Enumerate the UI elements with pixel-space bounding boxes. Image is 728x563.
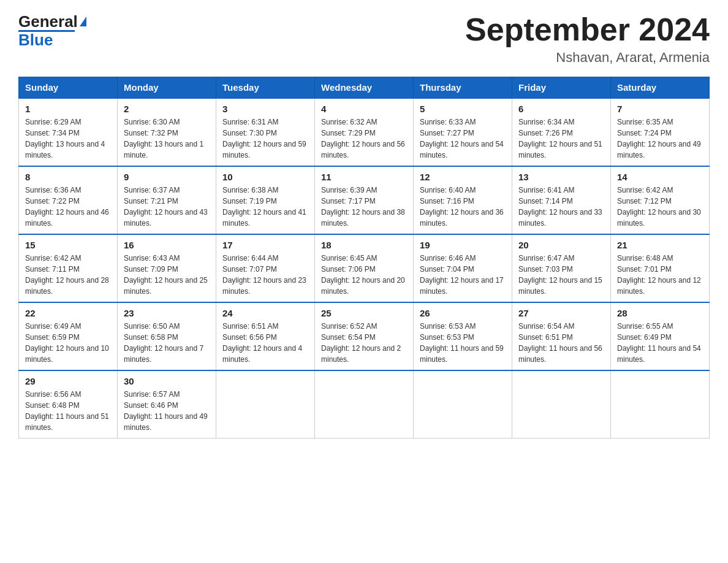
- day-info: Sunrise: 6:53 AMSunset: 6:53 PMDaylight:…: [420, 321, 506, 365]
- day-number: 9: [124, 172, 210, 182]
- day-info: Sunrise: 6:54 AMSunset: 6:51 PMDaylight:…: [518, 321, 604, 365]
- calendar-day-cell: [414, 370, 512, 439]
- day-number: 7: [617, 104, 703, 114]
- calendar-week-row: 22Sunrise: 6:49 AMSunset: 6:59 PMDayligh…: [19, 302, 710, 370]
- day-info: Sunrise: 6:44 AMSunset: 7:07 PMDaylight:…: [222, 253, 308, 297]
- day-info: Sunrise: 6:38 AMSunset: 7:19 PMDaylight:…: [222, 185, 308, 229]
- logo-blue-text: Blue: [18, 31, 53, 50]
- calendar-day-cell: 28Sunrise: 6:55 AMSunset: 6:49 PMDayligh…: [611, 302, 710, 370]
- calendar-day-cell: 7Sunrise: 6:35 AMSunset: 7:24 PMDaylight…: [611, 98, 710, 166]
- day-number: 6: [518, 104, 604, 114]
- day-number: 5: [420, 104, 506, 114]
- calendar-day-cell: 16Sunrise: 6:43 AMSunset: 7:09 PMDayligh…: [118, 234, 216, 302]
- day-info: Sunrise: 6:31 AMSunset: 7:30 PMDaylight:…: [222, 117, 308, 161]
- day-number: 8: [25, 172, 111, 182]
- day-info: Sunrise: 6:46 AMSunset: 7:04 PMDaylight:…: [420, 253, 506, 297]
- day-number: 11: [321, 172, 407, 182]
- calendar-day-cell: 29Sunrise: 6:56 AMSunset: 6:48 PMDayligh…: [19, 370, 118, 439]
- day-info: Sunrise: 6:49 AMSunset: 6:59 PMDaylight:…: [25, 321, 111, 365]
- day-number: 18: [321, 240, 407, 250]
- calendar-day-cell: 10Sunrise: 6:38 AMSunset: 7:19 PMDayligh…: [216, 166, 315, 234]
- calendar-week-row: 1Sunrise: 6:29 AMSunset: 7:34 PMDaylight…: [19, 98, 710, 166]
- day-number: 28: [617, 308, 703, 318]
- day-info: Sunrise: 6:47 AMSunset: 7:03 PMDaylight:…: [518, 253, 604, 297]
- day-number: 20: [518, 240, 604, 250]
- day-info: Sunrise: 6:35 AMSunset: 7:24 PMDaylight:…: [617, 117, 703, 161]
- calendar-day-cell: 4Sunrise: 6:32 AMSunset: 7:29 PMDaylight…: [315, 98, 414, 166]
- day-number: 17: [222, 240, 308, 250]
- col-friday: Friday: [512, 77, 611, 99]
- day-number: 22: [25, 308, 111, 318]
- calendar-day-cell: 14Sunrise: 6:42 AMSunset: 7:12 PMDayligh…: [611, 166, 710, 234]
- page-header: General Blue September 2024 Nshavan, Ara…: [18, 12, 710, 66]
- day-info: Sunrise: 6:42 AMSunset: 7:11 PMDaylight:…: [25, 253, 111, 297]
- col-saturday: Saturday: [611, 77, 710, 99]
- logo-general-text: General: [18, 12, 78, 31]
- day-number: 25: [321, 308, 407, 318]
- day-number: 1: [25, 104, 111, 114]
- calendar-day-cell: 13Sunrise: 6:41 AMSunset: 7:14 PMDayligh…: [512, 166, 611, 234]
- day-number: 3: [222, 104, 308, 114]
- calendar-week-row: 29Sunrise: 6:56 AMSunset: 6:48 PMDayligh…: [19, 370, 710, 439]
- day-number: 23: [124, 308, 210, 318]
- calendar-day-cell: 1Sunrise: 6:29 AMSunset: 7:34 PMDaylight…: [19, 98, 118, 166]
- calendar-day-cell: 8Sunrise: 6:36 AMSunset: 7:22 PMDaylight…: [19, 166, 118, 234]
- calendar-week-row: 8Sunrise: 6:36 AMSunset: 7:22 PMDaylight…: [19, 166, 710, 234]
- day-info: Sunrise: 6:55 AMSunset: 6:49 PMDaylight:…: [617, 321, 703, 365]
- calendar-day-cell: 20Sunrise: 6:47 AMSunset: 7:03 PMDayligh…: [512, 234, 611, 302]
- day-info: Sunrise: 6:32 AMSunset: 7:29 PMDaylight:…: [321, 117, 407, 161]
- day-number: 15: [25, 240, 111, 250]
- title-block: September 2024 Nshavan, Ararat, Armenia: [465, 12, 710, 66]
- calendar-day-cell: [216, 370, 315, 439]
- calendar-day-cell: 18Sunrise: 6:45 AMSunset: 7:06 PMDayligh…: [315, 234, 414, 302]
- calendar-day-cell: 21Sunrise: 6:48 AMSunset: 7:01 PMDayligh…: [611, 234, 710, 302]
- calendar-header-row: Sunday Monday Tuesday Wednesday Thursday…: [19, 77, 710, 99]
- col-sunday: Sunday: [19, 77, 118, 99]
- logo: General Blue: [18, 12, 86, 50]
- calendar-day-cell: 22Sunrise: 6:49 AMSunset: 6:59 PMDayligh…: [19, 302, 118, 370]
- calendar-day-cell: 6Sunrise: 6:34 AMSunset: 7:26 PMDaylight…: [512, 98, 611, 166]
- day-number: 27: [518, 308, 604, 318]
- day-number: 12: [420, 172, 506, 182]
- col-tuesday: Tuesday: [216, 77, 315, 99]
- day-info: Sunrise: 6:50 AMSunset: 6:58 PMDaylight:…: [124, 321, 210, 365]
- col-thursday: Thursday: [414, 77, 512, 99]
- calendar-day-cell: [512, 370, 611, 439]
- calendar-day-cell: 12Sunrise: 6:40 AMSunset: 7:16 PMDayligh…: [414, 166, 512, 234]
- calendar-day-cell: 19Sunrise: 6:46 AMSunset: 7:04 PMDayligh…: [414, 234, 512, 302]
- day-number: 4: [321, 104, 407, 114]
- calendar-day-cell: 26Sunrise: 6:53 AMSunset: 6:53 PMDayligh…: [414, 302, 512, 370]
- day-info: Sunrise: 6:33 AMSunset: 7:27 PMDaylight:…: [420, 117, 506, 161]
- day-info: Sunrise: 6:34 AMSunset: 7:26 PMDaylight:…: [518, 117, 604, 161]
- day-number: 24: [222, 308, 308, 318]
- day-info: Sunrise: 6:56 AMSunset: 6:48 PMDaylight:…: [25, 389, 111, 433]
- calendar-day-cell: 27Sunrise: 6:54 AMSunset: 6:51 PMDayligh…: [512, 302, 611, 370]
- day-info: Sunrise: 6:57 AMSunset: 6:46 PMDaylight:…: [124, 389, 210, 433]
- calendar-day-cell: 30Sunrise: 6:57 AMSunset: 6:46 PMDayligh…: [118, 370, 216, 439]
- month-title: September 2024: [465, 12, 710, 47]
- calendar-week-row: 15Sunrise: 6:42 AMSunset: 7:11 PMDayligh…: [19, 234, 710, 302]
- day-number: 26: [420, 308, 506, 318]
- day-number: 19: [420, 240, 506, 250]
- calendar-day-cell: 3Sunrise: 6:31 AMSunset: 7:30 PMDaylight…: [216, 98, 315, 166]
- col-monday: Monday: [118, 77, 216, 99]
- day-info: Sunrise: 6:41 AMSunset: 7:14 PMDaylight:…: [518, 185, 604, 229]
- day-info: Sunrise: 6:29 AMSunset: 7:34 PMDaylight:…: [25, 117, 111, 161]
- calendar-day-cell: 24Sunrise: 6:51 AMSunset: 6:56 PMDayligh…: [216, 302, 315, 370]
- day-info: Sunrise: 6:48 AMSunset: 7:01 PMDaylight:…: [617, 253, 703, 297]
- day-info: Sunrise: 6:52 AMSunset: 6:54 PMDaylight:…: [321, 321, 407, 365]
- calendar-day-cell: 25Sunrise: 6:52 AMSunset: 6:54 PMDayligh…: [315, 302, 414, 370]
- calendar-table: Sunday Monday Tuesday Wednesday Thursday…: [18, 77, 710, 439]
- day-info: Sunrise: 6:40 AMSunset: 7:16 PMDaylight:…: [420, 185, 506, 229]
- day-info: Sunrise: 6:37 AMSunset: 7:21 PMDaylight:…: [124, 185, 210, 229]
- calendar-day-cell: 17Sunrise: 6:44 AMSunset: 7:07 PMDayligh…: [216, 234, 315, 302]
- calendar-day-cell: 9Sunrise: 6:37 AMSunset: 7:21 PMDaylight…: [118, 166, 216, 234]
- day-number: 30: [124, 376, 210, 386]
- day-number: 13: [518, 172, 604, 182]
- day-info: Sunrise: 6:36 AMSunset: 7:22 PMDaylight:…: [25, 185, 111, 229]
- day-info: Sunrise: 6:43 AMSunset: 7:09 PMDaylight:…: [124, 253, 210, 297]
- day-number: 10: [222, 172, 308, 182]
- calendar-day-cell: 5Sunrise: 6:33 AMSunset: 7:27 PMDaylight…: [414, 98, 512, 166]
- col-wednesday: Wednesday: [315, 77, 414, 99]
- calendar-day-cell: 2Sunrise: 6:30 AMSunset: 7:32 PMDaylight…: [118, 98, 216, 166]
